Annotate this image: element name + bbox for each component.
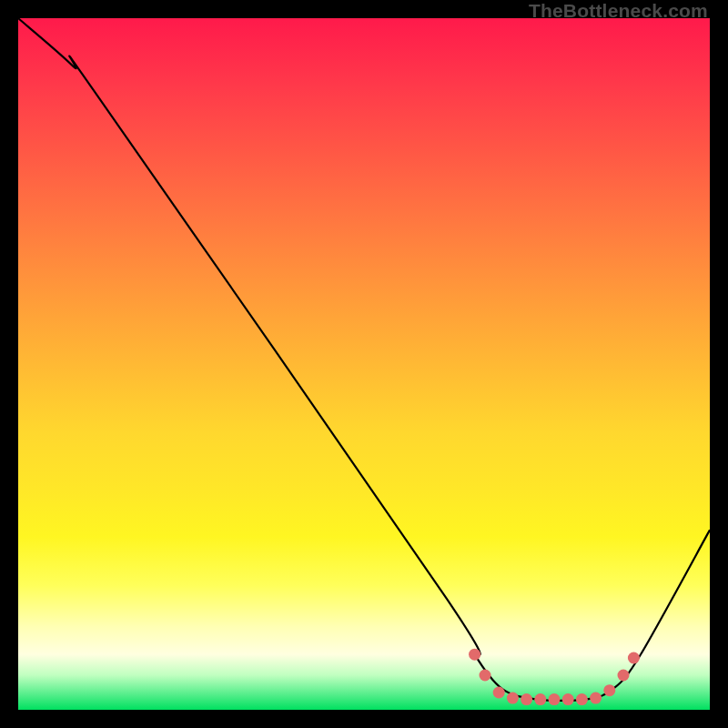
curve-marker (469, 649, 480, 661)
chart-frame: TheBottleneck.com (0, 0, 728, 728)
curve-marker (493, 687, 505, 699)
curve-marker (521, 693, 532, 705)
curve-marker (562, 693, 574, 705)
curve-line (18, 18, 710, 701)
marker-group (469, 649, 640, 705)
curve-marker (507, 693, 519, 704)
watermark-text: TheBottleneck.com (529, 0, 708, 22)
curve-marker (549, 693, 561, 705)
chart-svg (18, 18, 710, 710)
curve-marker (576, 693, 588, 705)
curve-marker (534, 693, 546, 705)
chart-background-gradient (18, 18, 710, 710)
curve-marker (480, 670, 491, 682)
curve-marker (603, 684, 615, 696)
curve-marker (628, 652, 640, 664)
curve-marker (618, 670, 630, 682)
curve-marker (590, 693, 602, 704)
